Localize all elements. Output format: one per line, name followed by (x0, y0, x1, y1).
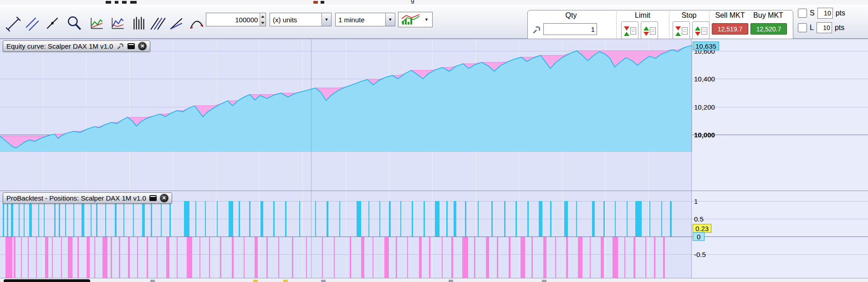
restore-window-icon[interactable] (149, 195, 157, 201)
stop-sell-arrows-icon (675, 26, 681, 36)
trendline-cross-icon (4, 15, 20, 31)
long-positions-bar (491, 201, 492, 237)
last-equity-value-badge: 10,635 (693, 41, 719, 50)
parallel-lines-tool-button[interactable] (23, 13, 42, 34)
long-positions-bar (339, 201, 340, 237)
short-checkbox-label: S (810, 9, 815, 17)
clipped-text: g (411, 0, 414, 4)
top-clipped-window: g (0, 0, 868, 5)
close-icon[interactable] (160, 194, 168, 202)
buy-market-button[interactable]: 12,520.7 (751, 23, 787, 35)
short-positions-bar (199, 237, 200, 278)
pattern-chart-tool-2-button[interactable] (108, 13, 128, 34)
timeframe-dropdown[interactable]: 1 minute (335, 13, 395, 26)
stepper-up-icon[interactable] (260, 13, 266, 20)
short-positions-bar (601, 237, 604, 278)
long-positions-bar (435, 201, 439, 237)
short-positions-bar (654, 237, 655, 278)
long-positions-bar (635, 201, 642, 237)
chevron-down-icon[interactable] (385, 13, 395, 26)
long-positions-bar (368, 201, 369, 237)
short-positions-bar (232, 237, 234, 278)
value-axis-zone[interactable] (692, 191, 868, 278)
parallel-lines-icon (24, 15, 41, 31)
equity-panel-titlebar[interactable]: Equity curve: Scalper DAX 1M v1.0 (3, 40, 150, 52)
limit-buy-order-button[interactable] (641, 21, 658, 40)
short-positions-bar (5, 237, 12, 278)
short-positions-bar (244, 237, 245, 278)
long-pts-input[interactable] (817, 23, 832, 33)
long-positions-bar (38, 201, 39, 237)
segment-icon (44, 15, 61, 31)
short-positions-bar (209, 237, 210, 278)
sell-price: 12,519.7 (718, 25, 743, 33)
long-positions-bar (133, 201, 134, 237)
short-positions-bar (28, 237, 29, 278)
sell-market-button[interactable]: 12,519.7 (712, 23, 748, 35)
short-positions-bar (613, 237, 618, 278)
pts-label: pts (835, 24, 844, 32)
long-positions-bar (96, 201, 97, 237)
short-positions-bar (509, 237, 511, 278)
short-positions-bar (419, 237, 422, 278)
current-position-badge: 0 (693, 232, 705, 241)
limit-sell-order-button[interactable] (621, 21, 638, 40)
chart-type-button[interactable] (398, 12, 433, 27)
chevron-down-icon[interactable] (422, 12, 431, 27)
long-positions-bar (169, 201, 170, 237)
clipped-icon (150, 280, 155, 282)
long-positions-bar (649, 201, 650, 237)
zoom-tool-button[interactable] (65, 13, 84, 34)
stop-buy-order-button[interactable] (692, 21, 710, 40)
short-positions-bar (429, 237, 430, 278)
long-positions-bar (424, 201, 424, 237)
trading-platform-window: g (0, 0, 868, 282)
long-positions-bar (576, 201, 577, 237)
equity-curve-panel[interactable]: 10,60010,40010,20010,00010,635 Equity cu… (0, 39, 868, 191)
axis-tick-label: 0.5 (694, 215, 704, 223)
short-positions-bar (14, 237, 15, 278)
long-positions-bar (44, 201, 45, 237)
chart-type-icon (400, 13, 422, 26)
clipped-icon (253, 280, 258, 282)
quantity-input[interactable] (206, 13, 260, 26)
buy-price: 12,520.7 (756, 25, 781, 33)
trendline-cross-tool-button[interactable] (3, 13, 22, 34)
long-positions-bar (564, 201, 568, 237)
positions-panel-titlebar[interactable]: ProBacktest - Positions: Scalper DAX 1M … (3, 192, 172, 204)
segment-tool-button[interactable] (43, 13, 62, 34)
restore-window-icon[interactable] (128, 43, 135, 49)
chevron-down-icon[interactable] (322, 13, 331, 26)
short-stop-checkbox[interactable] (798, 9, 807, 18)
pattern-chart-tool-1-button[interactable] (87, 13, 107, 34)
pattern-chart-icon (89, 15, 105, 31)
long-positions-bar (260, 201, 264, 237)
wrench-icon[interactable] (531, 25, 541, 35)
axis-tick-label: 10,000 (694, 131, 715, 139)
stepper-down-icon[interactable] (260, 20, 266, 26)
wrench-icon[interactable] (116, 42, 124, 50)
quantity-stepper[interactable] (260, 13, 266, 26)
long-stop-checkbox[interactable] (798, 23, 807, 32)
angle-tool-button[interactable] (167, 13, 186, 34)
units-dropdown[interactable]: (x) units (270, 13, 332, 26)
short-pts-input[interactable] (818, 8, 832, 18)
long-protection-row: L pts (798, 22, 844, 34)
fan-lines-tool-button[interactable] (148, 13, 167, 34)
short-positions-bar (633, 237, 635, 278)
price-axis-zone[interactable] (692, 39, 868, 191)
stop-sell-order-button[interactable] (673, 21, 690, 40)
long-positions-bar (105, 201, 106, 237)
session-divider-line (311, 39, 311, 191)
order-qty-input[interactable] (544, 24, 597, 35)
long-positions-bar (516, 201, 516, 237)
long-positions-bar (661, 201, 662, 237)
clipped-icon (122, 1, 127, 4)
long-positions-bar (454, 201, 457, 237)
short-positions-bar (306, 237, 307, 278)
close-icon[interactable] (138, 42, 147, 50)
arc-tool-button[interactable] (187, 13, 206, 34)
positions-panel[interactable]: 10.5-0.50.230 ProBacktest - Positions: S… (0, 191, 868, 278)
order-ticket-icon (630, 27, 636, 35)
vertical-lines-tool-button[interactable] (129, 13, 148, 34)
